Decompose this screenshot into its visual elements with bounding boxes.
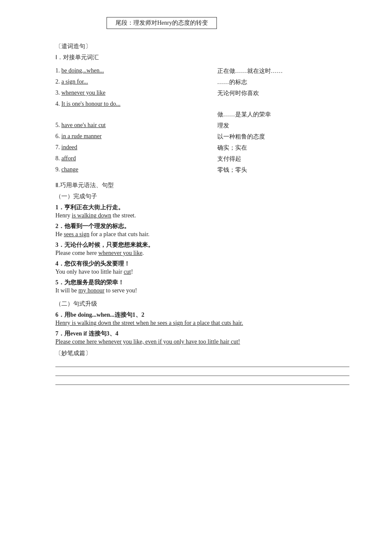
vocab-item-7: 7. indeed 确实；实在: [55, 142, 349, 153]
writing-line-1[interactable]: [55, 367, 349, 367]
vocab-table: 1. be doing...when... 正在做……就在这时…… 2. a s…: [55, 66, 349, 176]
vocab-item-3: 3. whenever you like 无论何时你喜欢: [55, 88, 349, 99]
vocab-item-8: 8. afford 支付得起: [55, 153, 349, 165]
sentence1-en: Henry is walking down the street.: [55, 212, 349, 219]
advanced6-cn: 6．用be doing...when...连接句1、2: [55, 311, 349, 319]
subpart2-header: （二）句式升级: [55, 300, 349, 308]
vocab-item-4: 4. It is one's honour to do...: [55, 99, 349, 109]
sentence5-en: It will be my honour to serve you!: [55, 287, 349, 294]
vocab-item-5: 5. have one's hair cut 理发: [55, 120, 349, 131]
section1-bracket: 〔遣词造句〕: [55, 43, 349, 50]
vocab-item-4b: 做……是某人的荣幸: [55, 109, 349, 120]
advanced6-en: Henry is walking down the street when he…: [55, 320, 349, 327]
subpart1-header: （一）完成句子: [55, 193, 349, 200]
part2-header: Ⅱ.巧用单元语法、句型: [55, 182, 349, 189]
vocab-item-9: 9. change 零钱；零头: [55, 165, 349, 176]
writing-line-3[interactable]: [55, 384, 349, 385]
sentence4-en: You only have too little hair cut!: [55, 269, 349, 275]
title-text: 尾段：理发师对Henry的态度的转变: [115, 20, 208, 26]
part1-header: Ⅰ．对接单元词汇: [55, 54, 349, 61]
advanced7-cn: 7．用even if 连接句3、4: [55, 330, 349, 338]
sentence5-cn: 5．为您服务是我的荣幸！: [55, 279, 349, 286]
sentence1-cn: 1．亨利正在大街上行走。: [55, 204, 349, 211]
vocab-item-1: 1. be doing...when... 正在做……就在这时……: [55, 66, 349, 77]
sentence4-cn: 4．您仅有很少的头发要理！: [55, 260, 349, 268]
vocab-item-2: 2. a sign for... ……的标志: [55, 77, 349, 88]
vocab-item-6: 6. in a rude manner 以一种粗鲁的态度: [55, 131, 349, 142]
sentence3-en: Please come here whenever you like.: [55, 250, 349, 257]
writing-line-2[interactable]: [55, 376, 349, 376]
sentence2-en: He sees a sign for a place that cuts hai…: [55, 231, 349, 238]
advanced7-en: Please come here whenever you like, even…: [55, 338, 349, 345]
title-box: 尾段：理发师对Henry的态度的转变: [107, 17, 217, 29]
sentence3-cn: 3．无论什么时候，只要您想来就来。: [55, 241, 349, 249]
sentence2-cn: 2．他看到一个理发的标志。: [55, 223, 349, 230]
section2-bracket: 〔妙笔成篇〕: [55, 350, 349, 357]
